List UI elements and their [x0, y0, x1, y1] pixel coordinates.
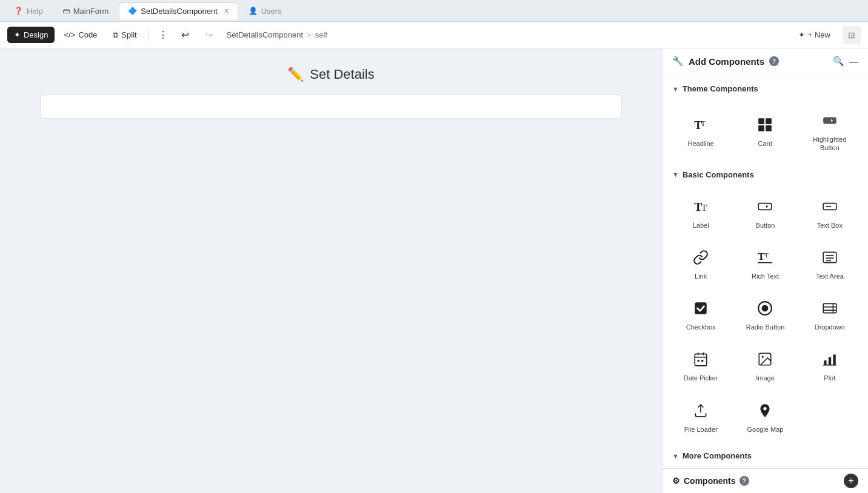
card-icon [755, 115, 775, 134]
radio-button-icon [755, 299, 775, 318]
theme-chevron-icon: ▼ [672, 85, 679, 93]
more-options-button[interactable]: ⋮ [154, 25, 172, 44]
section-more-label: More Components [683, 451, 752, 460]
tab-mainform-label: MainForm [73, 7, 109, 16]
svg-rect-19 [695, 302, 707, 314]
search-icon[interactable]: 🔍 [833, 56, 844, 67]
svg-rect-5 [766, 125, 772, 131]
bottom-help-badge[interactable]: ? [739, 476, 749, 486]
redo-button[interactable]: ↪ [198, 25, 219, 44]
component-image[interactable]: Image [734, 342, 796, 390]
toolbar: ✦ Design </> Code ⧉ Split ⋮ ↩ ↪ SetDetai… [0, 22, 868, 48]
svg-rect-2 [759, 118, 765, 124]
component-radio-button[interactable]: Radio Button [734, 291, 796, 339]
toolbar-separator-1 [149, 29, 149, 41]
card-label: Card [758, 139, 773, 148]
tab-bar: ❓ Help 🗃 MainForm 🔷 SetDetailsComponent … [0, 0, 868, 22]
link-icon [691, 248, 710, 267]
tab-help-label: Help [27, 7, 43, 16]
component-headline[interactable]: TT Headline [670, 103, 732, 160]
component-google-map[interactable]: Google Map [734, 393, 796, 442]
more-chevron-icon: ▼ [672, 452, 679, 460]
undo-button[interactable]: ↩ [175, 25, 196, 44]
component-link[interactable]: Link [670, 240, 732, 288]
canvas-title: ✏️ Set Details [287, 67, 374, 82]
panel-title: 🔧 Add Components ? [672, 56, 779, 67]
highlighted-button-icon [820, 111, 840, 130]
panel-header-actions: 🔍 — [833, 56, 858, 67]
svg-rect-30 [698, 360, 699, 362]
dropdown-icon [820, 299, 840, 318]
svg-point-33 [762, 356, 764, 358]
panel-help-badge[interactable]: ? [769, 56, 779, 66]
date-picker-label: Date Picker [684, 374, 718, 382]
component-dropdown[interactable]: Dropdown [799, 291, 861, 339]
setdetails-tab-icon: 🔷 [128, 7, 137, 15]
tab-setdetails-close[interactable]: ✕ [224, 7, 229, 15]
add-component-button[interactable]: + [844, 474, 858, 488]
new-button[interactable]: ✦ + New [791, 27, 838, 42]
component-card[interactable]: Card [734, 103, 796, 160]
design-button[interactable]: ✦ Design [7, 27, 55, 43]
component-file-loader[interactable]: File Loader [670, 393, 732, 442]
section-theme-label: Theme Components [683, 84, 758, 93]
tab-users[interactable]: 👤 Users [239, 2, 291, 19]
component-checkbox[interactable]: Checkbox [670, 291, 732, 339]
component-plot[interactable]: Plot [799, 342, 861, 390]
rich-text-icon: T T [755, 248, 775, 267]
tab-help[interactable]: ❓ Help [5, 2, 52, 19]
file-loader-icon [691, 401, 710, 420]
components-scroll: ▼ Theme Components TT Headline [663, 74, 868, 468]
component-text-area[interactable]: Text Area [799, 240, 861, 288]
tab-setdetails[interactable]: 🔷 SetDetailsComponent ✕ [119, 2, 238, 19]
design-icon: ✦ [14, 30, 21, 39]
svg-rect-26 [695, 354, 707, 366]
component-label[interactable]: TT Label [670, 189, 732, 237]
users-tab-icon: 👤 [249, 7, 258, 15]
svg-rect-31 [701, 360, 703, 362]
components-icon: ⚙ [672, 476, 680, 486]
button-label: Button [756, 221, 775, 230]
split-icon: ⧉ [113, 30, 118, 40]
section-theme-header[interactable]: ▼ Theme Components [663, 79, 868, 98]
svg-rect-6 [823, 117, 836, 124]
canvas-title-text: Set Details [310, 67, 374, 82]
text-area-icon [820, 248, 840, 267]
component-date-picker[interactable]: Date Picker [670, 342, 732, 390]
section-more-header[interactable]: ▼ More Components [663, 446, 868, 465]
code-button[interactable]: </> Code [57, 27, 104, 43]
split-button[interactable]: ⧉ Split [106, 27, 143, 44]
checkbox-icon [691, 299, 710, 318]
svg-rect-36 [833, 355, 835, 365]
component-rich-text[interactable]: T T Rich Text [734, 240, 796, 288]
layout-toggle-button[interactable]: ⊡ [843, 26, 861, 44]
plot-label: Plot [824, 374, 835, 382]
image-label: Image [756, 374, 775, 382]
main-area: ✏️ Set Details 🔧 Add Components ? 🔍 — ▼ … [0, 48, 868, 493]
component-highlighted-button[interactable]: Highlighted Button [799, 103, 861, 160]
date-picker-icon [691, 349, 710, 369]
new-label: + New [808, 30, 830, 39]
svg-rect-4 [759, 125, 765, 131]
new-icon: ✦ [798, 30, 805, 39]
bottom-bar: ⚙ Components ? + [663, 468, 868, 493]
mainform-tab-icon: 🗃 [62, 7, 70, 15]
section-basic-header[interactable]: ▼ Basic Components [663, 165, 868, 184]
tab-setdetails-label: SetDetailsComponent [141, 7, 217, 16]
tab-users-label: Users [261, 7, 282, 16]
file-loader-label: File Loader [684, 425, 718, 434]
image-icon [755, 349, 775, 369]
toolbar-right: ✦ + New ⊡ [791, 26, 861, 44]
svg-text:T: T [764, 251, 769, 259]
google-map-icon [755, 401, 775, 420]
code-label: Code [78, 30, 97, 39]
headline-label: Headline [687, 139, 713, 148]
tab-mainform[interactable]: 🗃 MainForm [53, 2, 118, 19]
label-icon: TT [691, 197, 710, 216]
collapse-icon[interactable]: — [849, 56, 858, 67]
component-button[interactable]: Button [734, 189, 796, 237]
svg-rect-22 [823, 304, 836, 313]
component-text-box[interactable]: Text Box [799, 189, 861, 237]
canvas: ✏️ Set Details [0, 48, 662, 493]
canvas-container[interactable] [40, 94, 622, 119]
